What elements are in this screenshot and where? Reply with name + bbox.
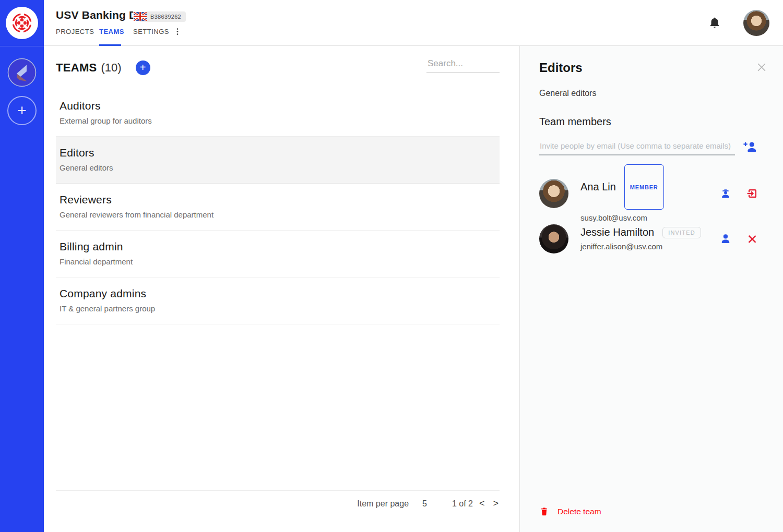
chevron-left-icon: < (479, 498, 485, 509)
team-name: Editors (60, 147, 494, 159)
app-root: + USV Banking D. B38639262 PROJECTS TEAM… (0, 0, 783, 532)
team-description: General reviewers from financial departm… (60, 210, 494, 219)
org-title: USV Banking D. (56, 9, 140, 21)
team-detail-panel: Editors General editors Team members (519, 46, 783, 532)
teams-main: TEAMS (10) + Auditors External group for… (44, 46, 519, 532)
admin-role-icon[interactable] (719, 187, 732, 200)
team-list: Auditors External group for auditors Edi… (56, 90, 500, 324)
delete-team-button[interactable]: Delete team (539, 506, 601, 517)
trash-icon (539, 506, 549, 517)
member-info: Ana Lin MEMBER susy.bolt@usv.com (580, 164, 664, 222)
plus-icon: + (17, 102, 27, 119)
team-description: General editors (60, 163, 494, 172)
kebab-menu-icon[interactable] (172, 26, 183, 38)
brand-logo-icon[interactable] (6, 7, 38, 39)
invite-email-input[interactable] (539, 140, 735, 155)
chevron-right-icon: > (493, 498, 499, 509)
panel-subtitle: General editors (539, 89, 596, 98)
member-status-badge: MEMBER (624, 164, 664, 210)
add-workspace-button[interactable]: + (7, 96, 37, 125)
items-per-page-value[interactable]: 5 (422, 499, 427, 509)
member-avatar (539, 224, 568, 253)
member-name: Jessie Hamilton (580, 226, 654, 238)
teams-title: TEAMS (56, 61, 97, 75)
member-row-jessie-hamilton: Jessie Hamilton INVITED jeniffer.alison@… (539, 216, 758, 261)
add-person-icon[interactable] (742, 140, 758, 154)
team-description: Financial department (60, 257, 494, 266)
member-name: Ana Lin (580, 181, 616, 193)
member-email: jeniffer.alison@usv.com (580, 242, 701, 251)
items-per-page-label: Item per page (357, 499, 409, 509)
teams-search (426, 57, 500, 73)
close-panel-button[interactable] (756, 62, 767, 73)
team-name: Reviewers (60, 194, 494, 206)
left-rail: + (0, 0, 44, 532)
search-input[interactable] (426, 57, 500, 73)
teams-count: (10) (101, 61, 122, 75)
team-members-heading: Team members (539, 116, 611, 128)
delete-team-label: Delete team (557, 507, 601, 516)
notifications-bell-icon[interactable] (708, 16, 721, 30)
workspace-logo-icon[interactable] (7, 57, 37, 88)
plus-icon: + (140, 62, 146, 74)
team-name: Company admins (60, 287, 494, 300)
tab-teams[interactable]: TEAMS (99, 28, 124, 35)
top-header: USV Banking D. B38639262 PROJECTS TEAMS … (44, 0, 783, 46)
prev-page-button[interactable]: < (478, 498, 486, 509)
member-row-ana-lin: Ana Lin MEMBER susy.bolt@usv.com (539, 171, 758, 216)
member-info: Jessie Hamilton INVITED jeniffer.alison@… (580, 226, 701, 251)
invite-row (539, 140, 758, 155)
team-row-billing-admin[interactable]: Billing admin Financial department (56, 231, 500, 277)
next-page-button[interactable]: > (492, 498, 500, 509)
team-row-company-admins[interactable]: Company admins IT & general partners gro… (56, 277, 500, 324)
user-avatar[interactable] (743, 10, 769, 36)
tab-settings[interactable]: SETTINGS (133, 28, 169, 35)
tab-projects[interactable]: PROJECTS (56, 28, 94, 35)
member-status-badge: INVITED (662, 227, 701, 238)
team-description: External group for auditors (60, 116, 494, 125)
pagination-bar: Item per page 5 1 of 2 < > (56, 490, 500, 509)
cancel-invite-icon[interactable] (746, 233, 758, 245)
person-role-icon[interactable] (719, 233, 732, 245)
member-avatar (539, 179, 568, 208)
member-list: Ana Lin MEMBER susy.bolt@usv.com (539, 171, 758, 261)
teams-heading-row: TEAMS (10) + (56, 61, 150, 75)
signout-member-icon[interactable] (746, 187, 758, 200)
member-email: susy.bolt@usv.com (580, 213, 664, 222)
add-team-button[interactable]: + (136, 61, 150, 75)
team-description: IT & general partners group (60, 304, 494, 313)
team-name: Auditors (60, 100, 494, 112)
team-row-editors[interactable]: Editors General editors (56, 137, 500, 184)
panel-title: Editors (539, 61, 583, 75)
team-row-reviewers[interactable]: Reviewers General reviewers from financi… (56, 184, 500, 231)
team-row-auditors[interactable]: Auditors External group for auditors (56, 90, 500, 137)
uk-flag-icon (134, 12, 147, 21)
page-info: 1 of 2 (452, 499, 473, 509)
team-name: Billing admin (60, 240, 494, 253)
